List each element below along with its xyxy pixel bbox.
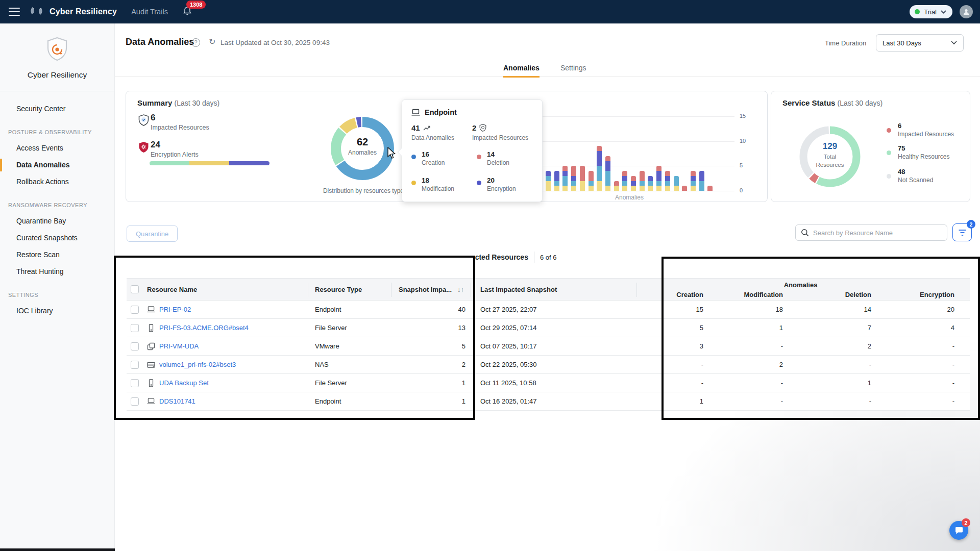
service-status-card: Service Status (Last 30 days) 129 Total …: [771, 91, 970, 202]
sidebar-item-curated-snapshots[interactable]: Curated Snapshots: [0, 230, 114, 246]
sidebar-item-ioc-library[interactable]: IOC Library: [0, 303, 114, 319]
stacked-bar-17[interactable]: [682, 186, 687, 191]
stacked-bar-8[interactable]: [605, 156, 610, 191]
resource-name-link[interactable]: PRI-FS-03.ACME.ORG#bset4: [159, 319, 249, 337]
sidebar-item-access-events[interactable]: Access Events: [0, 140, 114, 157]
bar-segment-creation: [665, 181, 670, 186]
y-axis-tick: 5: [740, 162, 755, 168]
row-checkbox[interactable]: [131, 324, 139, 332]
hamburger-menu-icon[interactable]: [9, 8, 20, 16]
sort-icon[interactable]: ↓↑: [457, 286, 464, 293]
stacked-bar-18[interactable]: [691, 171, 696, 191]
endpoint-icon: [411, 109, 420, 116]
stacked-bar-6[interactable]: [589, 171, 594, 191]
col-creation[interactable]: Creation: [652, 291, 703, 298]
bar-segment-modification: [546, 181, 551, 191]
resource-name-link[interactable]: PRI-EP-02: [159, 300, 191, 319]
service-status-donut-chart[interactable]: 129 Total Resources: [794, 121, 866, 194]
stacked-bar-14[interactable]: [656, 166, 662, 191]
stacked-bar-20[interactable]: [707, 186, 713, 191]
trial-plan-dropdown[interactable]: Trial: [910, 5, 952, 18]
col-modification[interactable]: Modification: [706, 291, 783, 298]
row-checkbox[interactable]: [131, 397, 139, 406]
sidebar-item-threat-hunting[interactable]: Threat Hunting: [0, 263, 114, 280]
resource-name-link[interactable]: volume1_pri-nfs-02#bset3: [159, 356, 236, 374]
table-row: UDA Backup SetFile Server1Oct 11 2025, 1…: [127, 374, 970, 392]
stacked-bar-16[interactable]: [674, 176, 679, 191]
cell-snapshots: 1: [414, 392, 465, 411]
search-input[interactable]: [813, 229, 942, 237]
stacked-bar-1[interactable]: [546, 171, 551, 191]
select-all-checkbox[interactable]: [131, 285, 139, 293]
row-checkbox[interactable]: [131, 306, 139, 314]
stacked-bar-9[interactable]: [614, 181, 619, 191]
chevron-down-icon: [941, 10, 946, 14]
stacked-bar-11[interactable]: [631, 176, 636, 191]
metric-dot: [477, 181, 481, 185]
cell-modification: -: [706, 337, 783, 356]
nav-item-audit-trails[interactable]: Audit Trails: [131, 8, 168, 16]
tab-settings[interactable]: Settings: [560, 64, 586, 76]
cell-last: Oct 07 2025, 10:17: [480, 337, 537, 356]
stacked-bar-13[interactable]: [648, 176, 653, 191]
stacked-bar-7[interactable]: [597, 146, 602, 191]
notifications-button[interactable]: 1308: [182, 6, 192, 18]
filter-button[interactable]: 2: [952, 223, 972, 241]
stacked-bar-10[interactable]: [622, 171, 627, 191]
bar-segment-modification: [656, 186, 662, 191]
stacked-bar-4[interactable]: [571, 166, 576, 191]
stacked-bar-19[interactable]: [699, 171, 704, 191]
stacked-bar-15[interactable]: [665, 171, 670, 191]
col-resource-name[interactable]: Resource Name: [147, 286, 197, 293]
refresh-icon[interactable]: ↻: [209, 37, 215, 46]
sidebar-product-name: Cyber Resiliency: [0, 70, 114, 80]
bar-segment-modification: [580, 181, 585, 191]
filter-icon: [958, 229, 967, 236]
encryption-bar-segment: [229, 161, 270, 165]
tab-anomalies[interactable]: Anomalies: [503, 64, 540, 78]
resource-name-link[interactable]: UDA Backup Set: [159, 374, 209, 392]
row-checkbox[interactable]: [131, 379, 139, 387]
chat-launcher-button[interactable]: 2: [949, 521, 968, 540]
bar-segment-modification: [571, 186, 576, 191]
bar-segment-creation: [571, 181, 576, 186]
col-last-impacted-snapshot[interactable]: Last Impacted Snapshot: [480, 286, 557, 293]
encryption-alerts-stacked-bar: [150, 161, 270, 165]
resource-name-link[interactable]: DDS101741: [159, 392, 195, 411]
stacked-bar-3[interactable]: [562, 166, 568, 191]
user-avatar[interactable]: [960, 5, 973, 18]
cell-encryption: 4: [878, 319, 954, 337]
cell-modification: -: [706, 374, 783, 392]
tooltip-impacted-label: Impacted Resources: [472, 134, 533, 141]
stacked-bar-2[interactable]: [554, 171, 559, 191]
resource-name-link[interactable]: PRI-VM-UDA: [159, 337, 199, 356]
vmware-icon: [147, 342, 155, 350]
row-checkbox[interactable]: [131, 361, 139, 369]
legend-value: 6: [898, 122, 901, 130]
bar-segment-encryption: [656, 171, 662, 181]
cell-deletion: 1: [795, 374, 871, 392]
time-duration-select[interactable]: Last 30 Days: [876, 34, 964, 52]
col-resource-type[interactable]: Resource Type: [315, 286, 362, 293]
col-snapshot-impacted[interactable]: Snapshot Impa...: [399, 286, 452, 293]
sidebar-item-security-center[interactable]: Security Center: [0, 101, 114, 117]
sidebar-item-rollback-actions[interactable]: Rollback Actions: [0, 173, 114, 190]
cell-type: VMware: [315, 337, 339, 356]
stacked-bar-5[interactable]: [580, 166, 585, 191]
col-encryption[interactable]: Encryption: [878, 291, 954, 298]
bar-segment-encryption: [605, 161, 610, 171]
stacked-bar-12[interactable]: [640, 171, 645, 191]
cell-last: Oct 16 2025, 01:47: [480, 392, 537, 411]
bar-segment-deletion: [605, 156, 610, 161]
help-icon[interactable]: ?: [191, 38, 200, 47]
bar-segment-deletion: [707, 186, 713, 191]
row-checkbox[interactable]: [131, 342, 139, 350]
col-deletion[interactable]: Deletion: [795, 291, 871, 298]
cell-type: Endpoint: [315, 392, 341, 411]
sidebar-item-quarantine-bay[interactable]: Quarantine Bay: [0, 213, 114, 230]
sidebar-item-restore-scan[interactable]: Restore Scan: [0, 246, 114, 263]
sidebar-item-data-anomalies[interactable]: Data Anomalies: [0, 157, 114, 173]
bar-segment-encryption: [648, 176, 653, 181]
quarantine-button[interactable]: Quarantine: [127, 226, 178, 242]
header-separator: [391, 283, 391, 297]
